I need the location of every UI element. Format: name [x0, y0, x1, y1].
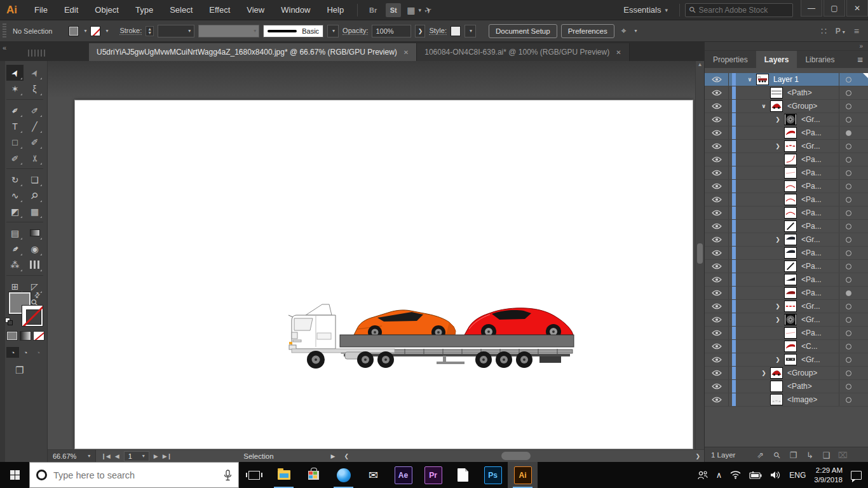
target-icon[interactable]: [846, 277, 851, 283]
layer-row[interactable]: <Pa...: [705, 193, 868, 207]
menu-item-select[interactable]: Select: [161, 0, 201, 20]
start-button[interactable]: [0, 462, 29, 488]
expand-icon[interactable]: ❯: [771, 356, 784, 363]
puppet-warp-tool[interactable]: ⚲: [26, 187, 43, 203]
brush-dropdown-button[interactable]: ▾: [327, 25, 339, 37]
eyedropper-tool[interactable]: ✒: [6, 241, 24, 257]
layer-row[interactable]: ❯<Gr...: [705, 353, 868, 367]
visibility-eye-icon[interactable]: [705, 367, 729, 379]
stroke-weight-stepper[interactable]: ▲▼: [146, 26, 154, 36]
mail-button[interactable]: ✉: [358, 462, 388, 488]
microphone-icon[interactable]: [224, 470, 232, 481]
collapse-icon[interactable]: ∨: [743, 76, 756, 83]
expand-icon[interactable]: ❯: [771, 316, 784, 323]
make-clipping-mask-icon[interactable]: ❐: [785, 451, 801, 460]
layer-row[interactable]: <Path>: [705, 380, 868, 393]
magic-wand-tool[interactable]: ✶: [6, 81, 24, 97]
layer-row[interactable]: <Pa...: [705, 153, 868, 166]
target-icon[interactable]: [846, 130, 851, 136]
preferences-button[interactable]: Preferences: [561, 24, 614, 38]
target-icon[interactable]: [846, 117, 851, 123]
style-label[interactable]: Style:: [429, 27, 447, 35]
battery-icon[interactable]: [749, 471, 762, 479]
target-icon[interactable]: [846, 357, 851, 363]
locate-object-icon[interactable]: ⚲: [768, 451, 785, 460]
illustrator-button[interactable]: Ai: [508, 462, 538, 488]
visibility-eye-icon[interactable]: [705, 300, 729, 313]
visibility-eye-icon[interactable]: [705, 260, 729, 273]
layer-row[interactable]: <Pa...: [705, 327, 868, 340]
document-tab[interactable]: U5driYiAJ5gwUgMvwMCuiNrtWagg4aZ_1680x840…: [89, 43, 417, 61]
document-tab[interactable]: 106084-ON4C8I-639.ai* @ 100% (RGB/GPU Pr…: [417, 43, 629, 61]
layer-row[interactable]: <C...: [705, 340, 868, 353]
menu-item-effect[interactable]: Effect: [201, 0, 238, 20]
symbol-sprayer-tool[interactable]: ⁂: [6, 257, 24, 273]
target-icon[interactable]: [846, 290, 851, 296]
people-icon[interactable]: [698, 471, 708, 480]
pen-tool[interactable]: ✒: [6, 102, 24, 118]
horizontal-scrollbar[interactable]: [349, 450, 695, 462]
grid-options-icon[interactable]: ∷: [821, 26, 827, 36]
expand-dock-icon[interactable]: »: [859, 43, 863, 50]
collapse-icon[interactable]: ∨: [757, 103, 770, 109]
visibility-eye-icon[interactable]: [705, 126, 729, 139]
fill-color-swatch[interactable]: [69, 26, 79, 36]
opacity-value[interactable]: 100%: [372, 25, 411, 37]
task-view-button[interactable]: [239, 462, 269, 488]
expand-icon[interactable]: ❯: [771, 143, 784, 149]
menu-item-edit[interactable]: Edit: [56, 0, 86, 20]
layer-row[interactable]: <Pa...: [705, 220, 868, 233]
lasso-tool[interactable]: ξ: [26, 81, 43, 97]
scroll-up-icon[interactable]: ▲: [696, 61, 704, 69]
draw-normal-button[interactable]: ◔: [6, 347, 19, 358]
target-icon[interactable]: [846, 157, 851, 163]
menu-item-type[interactable]: Type: [127, 0, 161, 20]
menu-item-help[interactable]: Help: [318, 0, 352, 20]
target-icon[interactable]: [846, 330, 851, 336]
browser-button[interactable]: [329, 462, 358, 488]
visibility-eye-icon[interactable]: [705, 287, 729, 299]
prev-artboard-icon[interactable]: ◀: [115, 453, 119, 459]
delete-layer-icon[interactable]: ⌧: [834, 451, 851, 460]
create-sublayer-icon[interactable]: ↳: [801, 451, 818, 460]
target-icon[interactable]: [846, 397, 851, 403]
layer-row[interactable]: <Pa...: [705, 287, 868, 300]
menu-item-view[interactable]: View: [238, 0, 273, 20]
target-icon[interactable]: [846, 344, 851, 349]
minimize-button[interactable]: —: [801, 0, 822, 17]
opacity-expand-button[interactable]: ❯: [415, 25, 425, 37]
rotate-tool[interactable]: ↻: [6, 172, 24, 187]
style-swatch[interactable]: [451, 26, 461, 36]
close-icon[interactable]: ✕: [403, 49, 409, 56]
stroke-swatch[interactable]: [22, 305, 43, 327]
rectangle-tool[interactable]: □: [6, 134, 24, 150]
search-input[interactable]: [699, 6, 775, 15]
layer-row[interactable]: <Pa...: [705, 126, 868, 140]
visibility-eye-icon[interactable]: [705, 100, 729, 112]
visibility-eye-icon[interactable]: [705, 166, 729, 179]
stroke-weight-dropdown[interactable]: ▾: [158, 25, 194, 37]
panel-grip[interactable]: [3, 24, 6, 39]
control-panel-menu-icon[interactable]: ≡: [854, 26, 859, 36]
layer-row[interactable]: <Image>: [705, 393, 868, 407]
adobe-stock-search[interactable]: ⚲: [685, 3, 793, 17]
layer-row[interactable]: <Pa...: [705, 207, 868, 220]
notepad-button[interactable]: [448, 462, 478, 488]
visibility-eye-icon[interactable]: [705, 393, 729, 406]
visibility-eye-icon[interactable]: [705, 340, 729, 353]
stroke-color-swatch[interactable]: [90, 26, 100, 36]
visibility-eye-icon[interactable]: [705, 380, 729, 393]
bridge-button[interactable]: Br: [365, 3, 381, 17]
chevron-down-icon[interactable]: ▾: [418, 7, 421, 13]
change-screen-mode-icon[interactable]: ❐: [15, 365, 24, 376]
close-button[interactable]: ✕: [846, 0, 868, 17]
file-explorer-button[interactable]: [269, 462, 299, 488]
visibility-eye-icon[interactable]: [705, 313, 729, 326]
layer-row[interactable]: <Pa...: [705, 273, 868, 287]
color-button[interactable]: [6, 331, 18, 341]
after-effects-button[interactable]: Ae: [388, 462, 418, 488]
layer-row[interactable]: <Path>: [705, 86, 868, 100]
panel-tab-properties[interactable]: Properties: [705, 51, 756, 68]
scale-tool[interactable]: ❏: [26, 172, 43, 187]
document-setup-button[interactable]: Document Setup: [489, 24, 557, 38]
